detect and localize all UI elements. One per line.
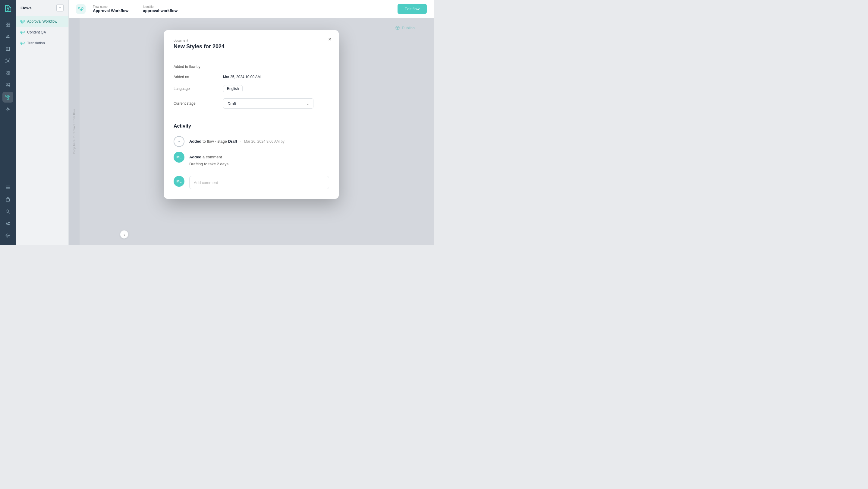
list-icon[interactable] <box>2 182 13 193</box>
activity-text-1: Added to flow - stage Draft · Mar 26, 20… <box>189 139 329 144</box>
sidebar-collapse-button[interactable]: ‹ <box>120 230 128 239</box>
added-to-flow-row: Added to flow by <box>174 64 329 69</box>
current-stage-dropdown[interactable]: Draft ↓ <box>223 98 313 109</box>
activity-title: Activity <box>174 123 329 129</box>
added-on-row: Added on Mar 25, 2024 10:00 AM <box>174 75 329 79</box>
activity-added-bold: Added <box>189 139 201 144</box>
activity-text-after: to flow - stage <box>203 139 228 144</box>
current-stage-value: Draft <box>227 102 236 106</box>
az-icon[interactable]: AZ <box>2 218 13 229</box>
sidebar: Flows + Approval Workflow Content QA Tra… <box>16 0 69 244</box>
sidebar-item-approval-workflow[interactable]: Approval Workflow <box>16 16 68 27</box>
svg-point-5 <box>7 36 8 37</box>
svg-rect-16 <box>8 71 10 73</box>
add-comment-input[interactable] <box>189 176 329 189</box>
sidebar-item-content-qa[interactable]: Content QA <box>16 27 68 38</box>
svg-rect-21 <box>6 95 7 96</box>
activity-item-1: → Added to flow - stage Draft · Mar 26, … <box>174 136 329 152</box>
modal-close-button[interactable]: × <box>326 35 334 44</box>
svg-rect-48 <box>22 44 23 45</box>
svg-point-6 <box>7 60 8 61</box>
document-title: New Styles for 2024 <box>174 44 329 50</box>
svg-line-12 <box>9 60 9 60</box>
current-stage-row: Current stage Draft ↓ <box>174 98 329 109</box>
added-on-label: Added on <box>174 75 216 79</box>
added-comment-text: a comment <box>203 155 222 159</box>
document-modal: × document New Styles for 2024 Added to … <box>164 30 339 199</box>
svg-point-28 <box>7 108 8 110</box>
svg-rect-18 <box>8 73 10 75</box>
image-icon[interactable] <box>2 80 13 90</box>
add-flow-button[interactable]: + <box>56 4 64 11</box>
sidebar-title: Flows <box>21 6 32 10</box>
svg-point-0 <box>7 8 9 10</box>
grid-icon[interactable] <box>2 19 13 30</box>
settings-icon[interactable] <box>2 230 13 241</box>
language-label: Language <box>174 87 216 91</box>
modal-activity: Activity → Added to flow - sta <box>164 116 339 199</box>
dashboard-icon[interactable] <box>2 67 13 79</box>
network-icon[interactable] <box>2 56 13 66</box>
activity-dot: · <box>240 139 241 144</box>
language-row: Language English <box>174 85 329 92</box>
flow-icon-nav[interactable] <box>2 92 13 103</box>
svg-line-34 <box>8 212 10 213</box>
svg-rect-49 <box>79 7 80 9</box>
current-stage-label: Current stage <box>174 102 216 106</box>
top-bar: Flow name Approval Workflow Identifier a… <box>69 0 434 18</box>
identifier-meta: Identifier approval-workflow <box>143 5 178 13</box>
activity-stage-bold: Draft <box>228 139 237 144</box>
comment-text: Drafting to take 2 days. <box>189 162 329 166</box>
svg-rect-43 <box>20 31 22 33</box>
activity-avatar-ml-1: ML <box>174 152 184 163</box>
activity-content-2: Added a comment Drafting to take 2 days. <box>189 152 329 174</box>
plugin-icon[interactable] <box>2 104 13 115</box>
translation-icon <box>20 41 25 46</box>
activity-text-2: Added a comment <box>189 154 329 160</box>
activity-item-2: ML Added a comment Drafting to take 2 da… <box>174 152 329 174</box>
flow-name-label: Flow name <box>93 5 128 8</box>
sidebar-item-translation[interactable]: Translation <box>16 38 68 49</box>
identifier-value: approval-workflow <box>143 8 178 13</box>
sidebar-item-label: Content QA <box>27 30 46 34</box>
activity-content-1: Added to flow - stage Draft · Mar 26, 20… <box>189 136 329 152</box>
activity-meta-1: Mar 26, 2024 9:06 AM by <box>244 139 284 144</box>
svg-rect-45 <box>22 33 23 34</box>
svg-rect-4 <box>8 25 10 27</box>
app-logo[interactable] <box>3 4 13 13</box>
svg-line-13 <box>7 62 7 62</box>
svg-rect-36 <box>20 20 22 22</box>
svg-rect-32 <box>6 199 10 201</box>
language-tag[interactable]: English <box>223 85 243 92</box>
book-icon[interactable] <box>2 44 13 54</box>
dropdown-arrow-icon: ↓ <box>307 101 309 106</box>
activity-list: → Added to flow - stage Draft · Mar 26, … <box>174 136 329 189</box>
edit-flow-button[interactable]: Edit flow <box>398 4 427 14</box>
added-to-flow-label: Added to flow by <box>174 64 216 69</box>
added-comment-bold: Added <box>189 155 201 159</box>
modal-backdrop: × document New Styles for 2024 Added to … <box>69 18 434 244</box>
svg-rect-23 <box>7 98 8 99</box>
box-icon[interactable] <box>2 194 13 205</box>
document-label: document <box>174 38 329 42</box>
modal-top: document New Styles for 2024 <box>164 30 339 57</box>
svg-rect-1 <box>6 23 7 24</box>
svg-line-14 <box>9 62 9 62</box>
content-area: Publish Drop here to remove from flow × … <box>69 18 434 244</box>
modal-fields: Added to flow by Added on Mar 25, 2024 1… <box>164 57 339 116</box>
svg-point-9 <box>6 62 7 63</box>
svg-rect-3 <box>6 25 7 27</box>
flow-icon <box>76 4 86 14</box>
flow-name-meta: Flow name Approval Workflow <box>93 5 128 13</box>
rocket-icon[interactable] <box>2 31 13 42</box>
svg-rect-46 <box>20 42 22 44</box>
svg-rect-22 <box>8 95 10 96</box>
svg-point-7 <box>6 59 7 60</box>
svg-rect-17 <box>6 74 7 75</box>
svg-line-11 <box>7 60 7 60</box>
collapse-icon: ‹ <box>124 232 125 237</box>
flow-meta: Flow name Approval Workflow Identifier a… <box>93 5 390 13</box>
content-qa-icon <box>20 30 25 35</box>
search-bottom-icon[interactable] <box>2 206 13 217</box>
icon-rail: AZ <box>0 0 16 244</box>
